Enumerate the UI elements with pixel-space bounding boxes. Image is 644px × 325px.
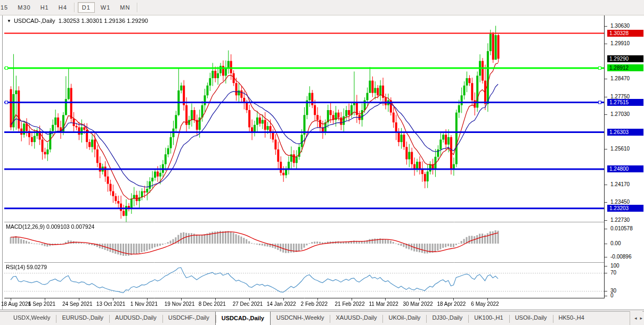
price-axis-tickmark [605, 273, 607, 273]
price-badge-level-1.28912: 1.28912 [607, 64, 643, 71]
timeframe-button-d1[interactable]: D1 [78, 2, 95, 13]
date-axis-label: 2 Feb 2022 [301, 301, 328, 307]
tab-usdcad-daily[interactable]: USDCAD-,Daily [215, 311, 271, 325]
tab-dj30-daily[interactable]: DJ30-,Daily [426, 312, 468, 325]
window-border [3, 15, 3, 310]
toolbar-separator [137, 3, 137, 12]
rsi-indicator-label: RSI(14) 59.0279 [6, 264, 47, 270]
date-axis-label: 13 Oct 2021 [96, 301, 125, 307]
price-axis-tick: 1.28470 [610, 76, 630, 81]
date-axis-tickmark [487, 298, 488, 301]
scroll-left-icon[interactable]: ◂ [634, 315, 637, 321]
timeframe-button-mn[interactable]: MN [116, 3, 134, 12]
date-axis-tickmark [113, 298, 113, 301]
price-axis-tick: 1.24170 [610, 181, 630, 187]
collapse-triangle-icon[interactable]: ▼ [7, 19, 11, 23]
price-axis-tick: -0.00896 [610, 254, 631, 260]
price-axis-tickmark [605, 291, 607, 291]
date-axis-label: 14 Jan 2022 [267, 301, 296, 307]
timeframe-button-h4[interactable]: H4 [55, 3, 71, 12]
date-axis-label: 30 Mar 2022 [403, 301, 433, 307]
price-axis-tickmark [605, 296, 607, 296]
price-axis-tick: 1.22730 [610, 217, 630, 223]
tab-usoil-daily[interactable]: USOil-,Daily [509, 312, 553, 325]
price-axis-tickmark [605, 202, 607, 203]
timeframe-button-h1[interactable]: H1 [37, 3, 53, 12]
date-axis-tickmark [453, 298, 454, 301]
macd-indicator-label: MACD(12,26,9) 0.009103 0.007924 [6, 223, 94, 230]
price-badge-level-1.24800: 1.24800 [607, 165, 643, 172]
price-axis-tick: 0 [610, 293, 614, 298]
price-axis-tickmark [605, 26, 607, 27]
price-axis-tick: 70 [610, 270, 616, 276]
timeframe-button-w1[interactable]: W1 [97, 3, 115, 12]
price-axis-tick: 1.30630 [610, 23, 630, 29]
date-axis-tickmark [419, 298, 420, 301]
date-axis-tickmark [147, 298, 148, 301]
date-axis-label: 1 Nov 2021 [131, 301, 158, 307]
price-axis-tick: 1.29910 [610, 40, 630, 46]
tab-hk50-h4[interactable]: HK50-,H4 [553, 312, 590, 325]
tab-usdcnh-weekly[interactable]: USDCNH-,Weekly [271, 312, 330, 325]
date-axis-label: 18 Apr 2022 [437, 301, 466, 307]
tab-scroll-arrows: ◂▸ [630, 311, 642, 325]
price-axis-tickmark [605, 44, 607, 44]
toolbar-separator [74, 3, 75, 12]
tab-usdchf-daily[interactable]: USDCHF-,Daily [162, 312, 215, 325]
chart-window: ▼USDCAD-,Daily 1.30253 1.30301 1.29136 1… [0, 15, 644, 310]
date-axis-label: 6 Sep 2021 [28, 301, 55, 307]
price-axis-tick: 1.27750 [610, 94, 630, 99]
date-axis-tickmark [45, 298, 45, 301]
date-axis-label: 11 Mar 2022 [369, 301, 398, 307]
date-axis-label: 18 Aug 2021 [1, 301, 31, 307]
tab-ukoil-daily[interactable]: UKOil-,Daily [382, 312, 426, 325]
date-axis-tickmark [317, 298, 318, 301]
scroll-right-icon[interactable]: ▸ [640, 315, 642, 321]
chart-ohlc-values: 1.30253 1.30301 1.29136 1.29290 [59, 18, 148, 24]
timeframe-toolbar: 15M30H1H4D1W1MN [0, 0, 644, 15]
price-axis-tickmark [605, 266, 607, 266]
timeframe-button-m30[interactable]: M30 [14, 3, 34, 12]
timeframe-button-15[interactable]: 15 [0, 3, 12, 12]
price-badge-level-1.26303: 1.26303 [607, 129, 643, 136]
price-axis-tickmark [605, 229, 607, 229]
chart-symbol: USDCAD-,Daily [14, 18, 55, 24]
date-axis-label: 21 Feb 2022 [335, 301, 365, 307]
date-axis-label: 8 Dec 2021 [199, 301, 226, 307]
date-axis-label: 19 Nov 2021 [165, 301, 195, 307]
date-axis-label: 6 May 2022 [471, 301, 499, 307]
tab-eurusd-daily[interactable]: EURUSD-,Daily [56, 312, 109, 325]
price-axis-tick: 0.00 [610, 240, 621, 246]
price-badge-level-1.30328: 1.30328 [607, 30, 643, 37]
date-axis-tickmark [352, 298, 352, 301]
price-axis-tick: 0.010578 [610, 226, 633, 231]
price-badge-current: 1.29290 [607, 55, 643, 62]
chart-title: ▼USDCAD-,Daily 1.30253 1.30301 1.29136 1… [7, 18, 148, 24]
chart-tab-bar: USDX,WeeklyEURUSD-,DailyAUDUSD-,DailyUSD… [0, 311, 644, 325]
date-axis-tickmark [249, 298, 250, 301]
trading-terminal: 15M30H1H4D1W1MN ▼USDCAD-,Daily 1.30253 1… [0, 0, 644, 325]
price-axis-tick: 1.27030 [610, 111, 630, 117]
price-chart-canvas[interactable] [4, 15, 605, 310]
price-axis-tickmark [605, 257, 607, 257]
date-axis-label: 27 Dec 2021 [233, 301, 263, 307]
date-axis-tickmark [11, 298, 11, 301]
tab-uk100-h1[interactable]: UK100-,H1 [468, 312, 509, 325]
price-axis-tickmark [605, 97, 607, 97]
price-axis-tickmark [605, 244, 607, 244]
price-badge-level-1.27515: 1.27515 [607, 99, 643, 106]
price-axis-tickmark [605, 114, 607, 115]
date-axis-tickmark [385, 298, 386, 301]
tab-xauusd-daily[interactable]: XAUUSD-,Daily [330, 312, 382, 325]
tab-audusd-daily[interactable]: AUDUSD-,Daily [109, 312, 162, 325]
price-axis-tick: 100 [610, 263, 619, 269]
tab-usdx-weekly[interactable]: USDX,Weekly [7, 312, 56, 325]
price-axis-tickmark [605, 79, 607, 79]
price-badge-level-1.23203: 1.23203 [607, 205, 643, 212]
price-axis-tickmark [605, 185, 607, 185]
price-axis-tick: 1.25610 [610, 146, 630, 152]
price-axis-tickmark [605, 220, 607, 221]
date-axis-tickmark [79, 298, 79, 301]
date-axis-label: 24 Sep 2021 [62, 301, 93, 307]
date-axis-tickmark [283, 298, 284, 301]
